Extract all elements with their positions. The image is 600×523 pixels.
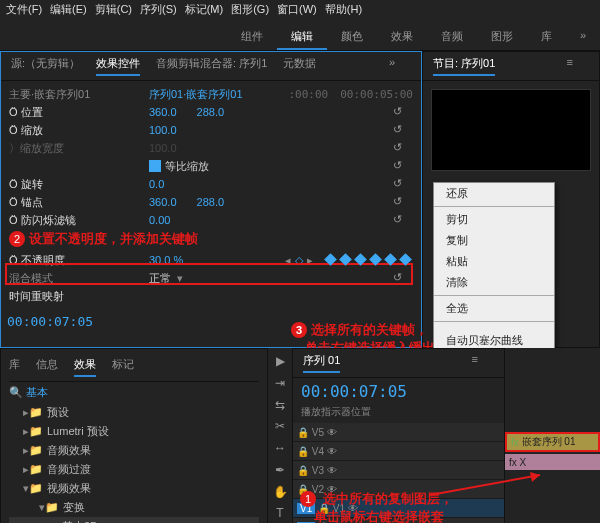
program-viewport[interactable] (431, 89, 591, 171)
menu-sequence[interactable]: 序列(S) (140, 2, 177, 17)
menu-edit[interactable]: 编辑(E) (50, 2, 87, 17)
pos-y[interactable]: 288.0 (197, 106, 225, 118)
reset-icon[interactable]: ↺ (393, 213, 407, 227)
fx-badge: fx (511, 437, 519, 448)
ws-editing[interactable]: 编辑 (277, 25, 327, 50)
flicker-v[interactable]: 0.00 (149, 214, 170, 226)
fx-audio-effects[interactable]: ▸📁音频效果 (9, 441, 259, 460)
svg-marker-1 (530, 472, 540, 482)
nested-clip[interactable]: fx 嵌套序列 01 (505, 432, 600, 452)
reset-icon[interactable]: ↺ (393, 141, 407, 155)
tab-info[interactable]: 信息 (36, 357, 58, 377)
track-v4[interactable]: 🔒 V4 👁 (293, 442, 504, 461)
fx-lumetri[interactable]: ▸📁Lumetri 预设 (9, 422, 259, 441)
ctx-clear[interactable]: 清除 (434, 272, 554, 293)
tab-effect-controls[interactable]: 效果控件 (96, 56, 140, 76)
track-v5[interactable]: 🔒 V5 👁 (293, 423, 504, 442)
tab-markers[interactable]: 标记 (112, 357, 134, 377)
toggle-output-icon[interactable]: 👁 (327, 446, 337, 457)
pos-x[interactable]: 360.0 (149, 106, 177, 118)
tab-source[interactable]: 源:（无剪辑） (11, 56, 80, 76)
ws-graphics[interactable]: 图形 (477, 25, 527, 50)
slip-tool-icon[interactable]: ↔ (272, 441, 288, 457)
folder-icon: ▸📁 (23, 425, 43, 437)
fx-video-effects[interactable]: ▾📁视频效果 (9, 479, 259, 498)
tab-effects[interactable]: 效果 (74, 357, 96, 377)
prop-anchor[interactable]: Ö 锚点 (9, 195, 149, 210)
menu-window[interactable]: 窗口(W) (277, 2, 317, 17)
fx-badge: fx (509, 457, 517, 468)
basic-search[interactable]: 🔍 基本 (9, 382, 259, 403)
annotation-arrow-icon (430, 470, 550, 500)
pen-tool-icon[interactable]: ✒ (272, 463, 288, 479)
ctx-select-all[interactable]: 全选 (434, 298, 554, 319)
mini-ruler-a: :00:00 (288, 88, 328, 101)
prop-scale[interactable]: Ö 缩放 (9, 123, 149, 138)
ws-assembly[interactable]: 组件 (227, 25, 277, 50)
ws-color[interactable]: 颜色 (327, 25, 377, 50)
ws-audio[interactable]: 音频 (427, 25, 477, 50)
anchor-y[interactable]: 288.0 (197, 196, 225, 208)
rot-v[interactable]: 0.0 (149, 178, 164, 190)
lock-icon[interactable]: 🔒 (297, 465, 309, 476)
ctx-paste[interactable]: 粘贴 (434, 251, 554, 272)
main-menu-bar: 文件(F) 编辑(E) 剪辑(C) 序列(S) 标记(M) 图形(G) 窗口(W… (0, 0, 600, 19)
clip-below[interactable]: fx X (505, 454, 600, 470)
reset-icon[interactable]: ↺ (393, 177, 407, 191)
prop-time-remap[interactable]: 时间重映射 (9, 289, 149, 304)
lock-icon[interactable]: 🔒 (297, 446, 309, 457)
anchor-x[interactable]: 360.0 (149, 196, 177, 208)
scale-v[interactable]: 100.0 (149, 124, 177, 136)
menu-file[interactable]: 文件(F) (6, 2, 42, 17)
reset-icon[interactable]: ↺ (393, 105, 407, 119)
track-select-tool-icon[interactable]: ⇥ (272, 376, 288, 392)
scalew-v: 100.0 (149, 142, 177, 154)
razor-tool-icon[interactable]: ✂ (272, 419, 288, 435)
menu-graphics[interactable]: 图形(G) (231, 2, 269, 17)
fx-transform[interactable]: ▾📁变换 (9, 498, 259, 517)
ws-overflow-icon[interactable]: » (566, 25, 600, 50)
reset-icon[interactable]: ↺ (393, 159, 407, 173)
uniform-checkbox[interactable] (149, 160, 161, 172)
prop-rotation[interactable]: Ö 旋转 (9, 177, 149, 192)
annotation-1: 1 选中所有的复制图层， 单击鼠标右键选择嵌套 (300, 490, 453, 523)
effect-controls-timecode[interactable]: 00:00:07:05 (7, 314, 93, 329)
ws-effects[interactable]: 效果 (377, 25, 427, 50)
selection-tool-icon[interactable]: ▶ (272, 354, 288, 370)
panel-menu-icon[interactable]: ≡ (567, 56, 573, 76)
tab-metadata[interactable]: 元数据 (283, 56, 316, 76)
clip-path[interactable]: 序列01·嵌套序列01 (149, 87, 243, 102)
fx-basic3d[interactable]: ▫ 基本3D (9, 517, 259, 523)
tab-lib[interactable]: 库 (9, 357, 20, 377)
menu-help[interactable]: 帮助(H) (325, 2, 362, 17)
panel-overflow-icon[interactable]: » (389, 56, 395, 76)
menu-mark[interactable]: 标记(M) (185, 2, 224, 17)
program-title[interactable]: 节目: 序列01 (433, 56, 495, 76)
reset-icon[interactable]: ↺ (393, 195, 407, 209)
prop-scale-width: 〉缩放宽度 (9, 141, 149, 156)
tab-audio-mixer[interactable]: 音频剪辑混合器: 序列1 (156, 56, 267, 76)
ripple-tool-icon[interactable]: ⇆ (272, 398, 288, 414)
ctx-undo[interactable]: 还原 (434, 183, 554, 204)
fx-presets[interactable]: ▸📁预设 (9, 403, 259, 422)
ctx-copy[interactable]: 复制 (434, 230, 554, 251)
hand-tool-icon[interactable]: ✋ (272, 485, 288, 501)
master-clip-label[interactable]: 主要·嵌套序列01 (9, 87, 149, 102)
timeline-title[interactable]: 序列 01 (303, 353, 340, 373)
reset-icon[interactable]: ↺ (393, 123, 407, 137)
prop-position[interactable]: Ö 位置 (9, 105, 149, 120)
folder-icon: ▸📁 (23, 406, 43, 418)
folder-icon: ▾📁 (23, 482, 43, 494)
prop-flicker[interactable]: Ö 防闪烁滤镜 (9, 213, 149, 228)
tool-strip: ▶ ⇥ ⇆ ✂ ↔ ✒ ✋ T (268, 348, 292, 523)
lock-icon[interactable]: 🔒 (297, 427, 309, 438)
timeline-timecode[interactable]: 00:00:07:05 (301, 382, 407, 401)
fx-audio-transitions[interactable]: ▸📁音频过渡 (9, 460, 259, 479)
type-tool-icon[interactable]: T (272, 506, 288, 522)
panel-menu-icon[interactable]: ≡ (472, 353, 478, 373)
toggle-output-icon[interactable]: 👁 (327, 465, 337, 476)
toggle-output-icon[interactable]: 👁 (327, 427, 337, 438)
menu-clip[interactable]: 剪辑(C) (95, 2, 132, 17)
ctx-cut[interactable]: 剪切 (434, 209, 554, 230)
ws-library[interactable]: 库 (527, 25, 566, 50)
